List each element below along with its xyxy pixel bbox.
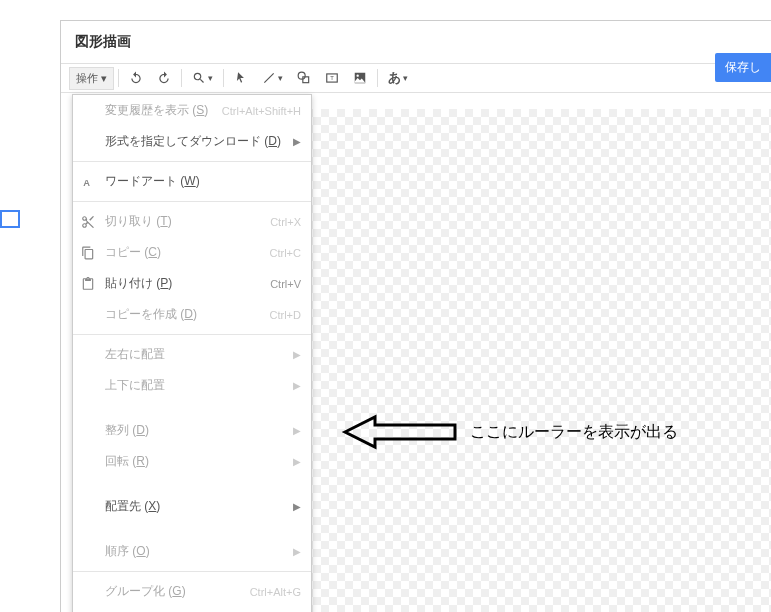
svg-point-5 [357,75,359,77]
menu-separator [73,161,311,162]
toolbar-separator [223,69,224,87]
font-button[interactable]: あ▾ [382,65,414,91]
font-icon: あ [388,69,401,87]
submenu-arrow-icon: ▶ [293,136,301,147]
menu-item-label: 上下に配置 [105,377,165,394]
undo-icon [129,71,143,85]
menu-item-label: 変更履歴を表示 (S) [105,102,208,119]
menu-separator [73,334,311,335]
menu-item-label: 切り取り (T) [105,213,172,230]
menu-item-label: 貼り付け (P) [105,275,172,292]
zoom-icon [192,71,206,85]
menu-item-貼り付け[interactable]: 貼り付け (P)Ctrl+V [73,268,311,299]
toolbar: 操作 ▾ ▾ ▾ T あ▾ [61,63,771,93]
menu-item-label: ワードアート (W) [105,173,200,190]
menu-item-順序: 順序 (O)▶ [73,536,311,567]
redo-button[interactable] [151,67,177,89]
menu-item-グループ化: グループ化 (G)Ctrl+Alt+G [73,576,311,607]
menu-item-コピー: コピー (C)Ctrl+C [73,237,311,268]
menu-item-label: 形式を指定してダウンロード (D) [105,133,281,150]
menu-shortcut: Ctrl+X [270,216,301,228]
menu-item-グループ化解除: グループ化解除 (U)Ctrl+Alt+Shift+G [73,607,311,612]
textbox-tool-button[interactable]: T [319,67,345,89]
menu-item-ワードアート[interactable]: Aワードアート (W) [73,166,311,197]
menu-shortcut: Ctrl+C [270,247,301,259]
zoom-button[interactable]: ▾ [186,67,219,89]
toolbar-separator [377,69,378,87]
undo-button[interactable] [123,67,149,89]
menu-separator [73,481,311,487]
menu-item-上下に配置: 上下に配置▶ [73,370,311,401]
select-tool-button[interactable] [228,67,254,89]
svg-rect-1 [303,77,309,83]
menu-item-label: グループ化 (G) [105,583,186,600]
action-menu-button[interactable]: 操作 ▾ [69,67,114,90]
submenu-arrow-icon: ▶ [293,349,301,360]
spreadsheet-background [0,0,60,612]
cursor-icon [234,71,248,85]
menu-shortcut: Ctrl+Alt+Shift+H [222,105,301,117]
menu-item-コピーを作成: コピーを作成 (D)Ctrl+D [73,299,311,330]
submenu-arrow-icon: ▶ [293,456,301,467]
menu-separator [73,526,311,532]
menu-item-label: コピーを作成 (D) [105,306,197,323]
menu-shortcut: Ctrl+D [270,309,301,321]
menu-shortcut: Ctrl+V [270,278,301,290]
save-button[interactable]: 保存し [715,53,771,82]
menu-separator [73,201,311,202]
submenu-arrow-icon: ▶ [293,546,301,557]
annotation: ここにルーラーを表示が出る [340,412,678,452]
menu-item-左右に配置: 左右に配置▶ [73,339,311,370]
shape-tool-button[interactable] [291,67,317,89]
arrow-left-icon [340,412,460,452]
menu-item-回転: 回転 (R)▶ [73,446,311,477]
menu-item-label: コピー (C) [105,244,161,261]
selected-cell[interactable] [0,210,20,228]
line-icon [262,71,276,85]
menu-item-label: 整列 (D) [105,422,149,439]
redo-icon [157,71,171,85]
image-tool-button[interactable] [347,67,373,89]
dialog-title: 図形描画 [61,21,771,63]
menu-item-整列: 整列 (D)▶ [73,415,311,446]
paste-icon [81,277,95,291]
line-tool-button[interactable]: ▾ [256,67,289,89]
shape-icon [297,71,311,85]
cut-icon [81,215,95,229]
svg-text:T: T [330,75,334,81]
svg-text:A: A [83,177,90,187]
submenu-arrow-icon: ▶ [293,501,301,512]
image-icon [353,71,367,85]
menu-separator [73,405,311,411]
menu-item-形式を指定してダウンロード[interactable]: 形式を指定してダウンロード (D)▶ [73,126,311,157]
menu-item-label: 配置先 (X) [105,498,160,515]
wordart-icon: A [81,175,95,189]
copy-icon [81,246,95,260]
menu-separator [73,571,311,572]
textbox-icon: T [325,71,339,85]
submenu-arrow-icon: ▶ [293,425,301,436]
menu-item-label: 左右に配置 [105,346,165,363]
menu-item-label: 順序 (O) [105,543,150,560]
svg-point-0 [298,72,305,79]
menu-item-配置先[interactable]: 配置先 (X)▶ [73,491,311,522]
menu-item-変更履歴を表示: 変更履歴を表示 (S)Ctrl+Alt+Shift+H [73,95,311,126]
menu-item-label: 回転 (R) [105,453,149,470]
menu-item-切り取り: 切り取り (T)Ctrl+X [73,206,311,237]
toolbar-separator [118,69,119,87]
submenu-arrow-icon: ▶ [293,380,301,391]
toolbar-separator [181,69,182,87]
annotation-text: ここにルーラーを表示が出る [470,422,678,443]
action-dropdown-menu: 変更履歴を表示 (S)Ctrl+Alt+Shift+H形式を指定してダウンロード… [72,94,312,612]
menu-shortcut: Ctrl+Alt+G [250,586,301,598]
